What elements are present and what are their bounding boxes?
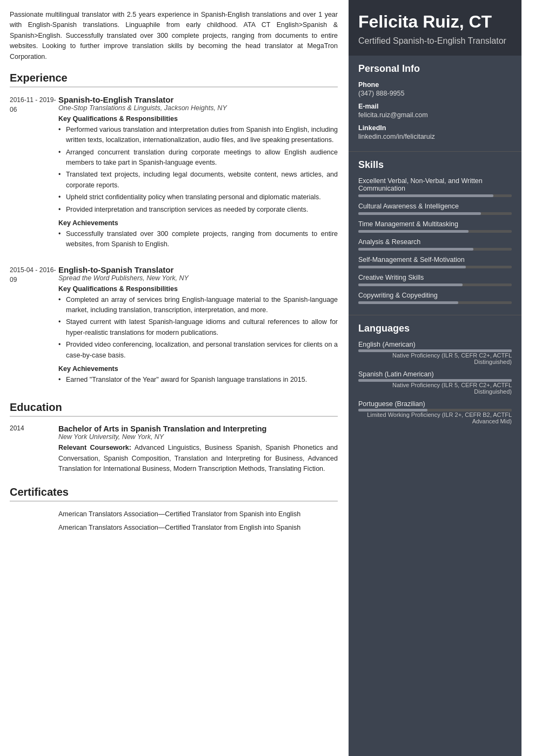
- exp-dates-2: 2015-04 - 2016-09: [10, 265, 58, 390]
- skill-item-3: Analysis & Research: [358, 238, 512, 251]
- exp-bullet-1-5: Provided interpretation and transcriptio…: [58, 205, 338, 215]
- lang-prof-0: Native Proficiency (ILR 5, CEFR C2+, ACT…: [358, 352, 512, 365]
- exp-bullet-1-2: Arranged concurrent translation during c…: [58, 147, 338, 168]
- linkedin-value: linkedin.com/in/felicitaruiz: [358, 133, 512, 140]
- exp-bullets-2: Completed an array of services bring Eng…: [58, 295, 338, 361]
- lang-prof-1: Native Proficiency (ILR 5, CEFR C2+, ACT…: [358, 382, 512, 395]
- education-heading: Education: [10, 401, 338, 417]
- exp-dates-1: 2016-11 - 2019-06: [10, 95, 58, 254]
- right-panel: Felicita Ruiz, CT Certified Spanish-to-E…: [349, 0, 521, 756]
- cert-item-2: American Translators Association—Certifi…: [10, 523, 338, 533]
- exp-job-title-1: Spanish-to-English Translator: [58, 95, 338, 104]
- skill-bar-fill-1: [358, 212, 481, 215]
- skill-name-2: Time Management & Multitasking: [358, 220, 512, 228]
- summary-text: Passionate multilingual translator with …: [10, 10, 338, 62]
- exp-bullet-2-1: Completed an array of services bring Eng…: [58, 295, 338, 316]
- left-panel: Passionate multilingual translator with …: [0, 0, 349, 756]
- skills-title: Skills: [358, 159, 512, 171]
- skill-item-2: Time Management & Multitasking: [358, 220, 512, 233]
- phone-value: (347) 888-9955: [358, 90, 512, 97]
- edu-coursework-label-1: Relevant Coursework:: [58, 444, 131, 451]
- skill-item-6: Copywriting & Copyediting: [358, 292, 512, 304]
- lang-name-0: English (American): [358, 341, 512, 348]
- experience-heading: Experience: [10, 72, 338, 87]
- skill-bar-bg-0: [358, 194, 512, 197]
- skill-bar-fill-6: [358, 301, 458, 304]
- skill-bar-fill-4: [358, 266, 466, 268]
- skill-name-3: Analysis & Research: [358, 238, 512, 246]
- skill-name-1: Cultural Awareness & Intelligence: [358, 202, 512, 210]
- candidate-title: Certified Spanish-to-English Translator: [358, 36, 512, 46]
- exp-achievements-1: Successfully translated over 300 complet…: [58, 229, 338, 250]
- edu-year-1: 2014: [10, 424, 58, 474]
- lang-item-2: Portuguese (Brazilian) Limited Working P…: [358, 400, 512, 424]
- skill-bar-bg-3: [358, 248, 512, 251]
- skill-name-4: Self-Management & Self-Motivation: [358, 256, 512, 264]
- skill-name-5: Creative Writing Skills: [358, 274, 512, 281]
- skill-bar-fill-2: [358, 230, 469, 233]
- exp-achievements-2: Earned "Translator of the Year" award fo…: [58, 375, 338, 385]
- skill-bar-fill-0: [358, 194, 493, 197]
- lang-name-2: Portuguese (Brazilian): [358, 400, 512, 408]
- lang-item-0: English (American) Native Proficiency (I…: [358, 341, 512, 365]
- exp-company-1: One-Stop Translations & Linguists, Jacks…: [58, 104, 338, 112]
- skills-section: Skills Excellent Verbal, Non-Verbal, and…: [349, 152, 521, 315]
- exp-bullet-2-2: Stayed current with latest Spanish-langu…: [58, 317, 338, 338]
- exp-bullet-2-3: Provided video conferencing, localizatio…: [58, 340, 338, 361]
- experience-item-1: 2016-11 - 2019-06 Spanish-to-English Tra…: [10, 95, 338, 254]
- skill-bar-fill-3: [358, 248, 473, 251]
- lang-item-1: Spanish (Latin American) Native Proficie…: [358, 370, 512, 395]
- edu-school-1: New York University, New York, NY: [58, 433, 338, 441]
- phone-label: Phone: [358, 81, 512, 89]
- exp-bullet-1-4: Upheld strict confidentiality policy whe…: [58, 192, 338, 202]
- languages-section: Languages English (American) Native Prof…: [349, 315, 521, 435]
- exp-ach-1-1: Successfully translated over 300 complet…: [58, 229, 338, 250]
- exp-company-2: Spread the Word Publishers, New York, NY: [58, 274, 338, 282]
- email-value: felicita.ruiz@gmail.com: [358, 111, 512, 119]
- certificates-section: Certificates American Translators Associ…: [10, 486, 338, 533]
- skill-bar-bg-5: [358, 284, 512, 286]
- certificates-heading: Certificates: [10, 486, 338, 502]
- email-label: E-mail: [358, 103, 512, 110]
- exp-content-1: Spanish-to-English Translator One-Stop T…: [58, 95, 338, 254]
- exp-ach-2-1: Earned "Translator of the Year" award fo…: [58, 375, 338, 385]
- exp-ach-label-2: Key Achievements: [58, 365, 338, 373]
- cert-item-1: American Translators Association—Certifi…: [10, 509, 338, 519]
- education-section: Education 2014 Bachelor of Arts in Spani…: [10, 401, 338, 474]
- exp-bullets-1: Performed various translation and interp…: [58, 125, 338, 215]
- experience-item-2: 2015-04 - 2016-09 English-to-Spanish Tra…: [10, 265, 338, 390]
- personal-info-section: Personal Info Phone (347) 888-9955 E-mai…: [349, 56, 521, 152]
- skill-item-0: Excellent Verbal, Non-Verbal, and Writte…: [358, 177, 512, 197]
- skill-bar-bg-6: [358, 301, 512, 304]
- experience-section: Experience 2016-11 - 2019-06 Spanish-to-…: [10, 72, 338, 389]
- skill-bar-bg-2: [358, 230, 512, 233]
- skill-name-6: Copywriting & Copyediting: [358, 292, 512, 299]
- exp-ach-label-1: Key Achievements: [58, 219, 338, 227]
- skill-bar-bg-4: [358, 266, 512, 268]
- linkedin-label: LinkedIn: [358, 124, 512, 132]
- edu-item-1: 2014 Bachelor of Arts in Spanish Transla…: [10, 424, 338, 474]
- edu-degree-1: Bachelor of Arts in Spanish Translation …: [58, 424, 338, 433]
- exp-job-title-2: English-to-Spanish Translator: [58, 265, 338, 274]
- skill-bar-bg-1: [358, 212, 512, 215]
- skill-bar-fill-5: [358, 284, 463, 286]
- exp-bullet-1-3: Translated text projects, including lega…: [58, 170, 338, 191]
- skill-item-1: Cultural Awareness & Intelligence: [358, 202, 512, 215]
- exp-content-2: English-to-Spanish Translator Spread the…: [58, 265, 338, 390]
- candidate-name: Felicita Ruiz, CT: [358, 12, 512, 32]
- right-header: Felicita Ruiz, CT Certified Spanish-to-E…: [349, 0, 521, 56]
- edu-coursework-1: Relevant Coursework: Advanced Linguistic…: [58, 443, 338, 474]
- skill-name-0: Excellent Verbal, Non-Verbal, and Writte…: [358, 177, 512, 192]
- personal-info-title: Personal Info: [358, 63, 512, 75]
- exp-qual-label-2: Key Qualifications & Responsibilities: [58, 285, 338, 293]
- skill-item-5: Creative Writing Skills: [358, 274, 512, 286]
- edu-content-1: Bachelor of Arts in Spanish Translation …: [58, 424, 338, 474]
- lang-name-1: Spanish (Latin American): [358, 370, 512, 378]
- exp-bullet-1-1: Performed various translation and interp…: [58, 125, 338, 146]
- languages-title: Languages: [358, 323, 512, 334]
- skill-item-4: Self-Management & Self-Motivation: [358, 256, 512, 268]
- lang-prof-2: Limited Working Proficiency (ILR 2+, CEF…: [358, 411, 512, 424]
- exp-qual-label-1: Key Qualifications & Responsibilities: [58, 115, 338, 123]
